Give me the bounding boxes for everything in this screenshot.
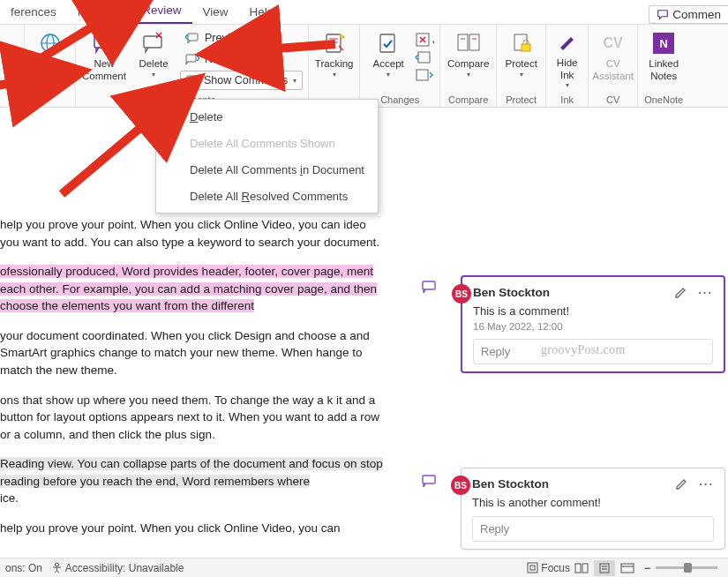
delete-dropdown: Delete Delete All Comments Shown Delete … (155, 99, 379, 214)
watermark: groovyPost.com (541, 343, 626, 357)
dd-delete[interactable]: Delete (156, 103, 378, 130)
svg-rect-6 (144, 36, 161, 48)
print-layout-button[interactable] (594, 560, 615, 576)
doc-paragraph: help you prove your point. When you clic… (0, 520, 388, 537)
svg-rect-14 (380, 34, 394, 52)
chevron-down-icon: ▾ (293, 77, 296, 85)
group-label-changes: Changes (380, 94, 419, 106)
svg-rect-30 (530, 566, 535, 570)
edit-icon[interactable] (675, 477, 688, 491)
accessibility-status[interactable]: Accessibility: Unavailable (51, 562, 184, 574)
new-comment-icon: + (92, 32, 116, 55)
accessibility-icon (51, 562, 63, 573)
dd-delete-shown: Delete All Comments Shown (156, 130, 378, 156)
previous-icon (185, 32, 199, 44)
document-body[interactable]: help you prove your point. When you clic… (0, 216, 388, 549)
onenote-icon: N (653, 33, 674, 54)
accept-button[interactable]: Accept (364, 26, 413, 90)
svg-rect-33 (600, 564, 609, 573)
previous-comment-button[interactable]: Previous (180, 28, 303, 48)
avatar: BS (452, 284, 471, 303)
svg-rect-31 (575, 564, 581, 573)
more-icon[interactable]: ··· (698, 286, 713, 299)
tab-mailings[interactable]: Mailings (67, 2, 132, 24)
svg-rect-27 (423, 476, 435, 483)
tracking-button[interactable]: Tracking (310, 26, 359, 90)
group-label-compare: Compare (448, 94, 488, 106)
doc-paragraph: ons that show up where you need them. To… (0, 392, 388, 444)
comment-text: This is another comment! (472, 496, 714, 509)
cv-assistant-button: CV CV Assistant (589, 26, 637, 90)
linked-notes-button[interactable]: N Linked Notes (639, 26, 688, 90)
svg-rect-29 (528, 563, 537, 573)
svg-text:+: + (109, 33, 114, 41)
comment-indicator-icon[interactable] (422, 281, 436, 296)
comment-icon (186, 75, 199, 86)
comment-text: This is a comment! (473, 304, 713, 318)
svg-rect-36 (621, 564, 634, 573)
web-layout-button[interactable] (617, 560, 638, 576)
reply-input[interactable]: Reply (472, 516, 714, 542)
group-label-cv: CV (606, 94, 619, 106)
status-bar: ons: On Accessibility: Unavailable Focus… (0, 558, 728, 577)
next-comment-button[interactable]: Next (180, 49, 303, 69)
svg-rect-17 (418, 52, 430, 63)
tab-review[interactable]: Review (131, 0, 191, 24)
read-mode-button[interactable] (571, 560, 592, 576)
svg-rect-8 (186, 55, 196, 62)
zoom-slider[interactable] (656, 566, 717, 569)
dd-delete-resolved[interactable]: Delete All Resolved Comments (156, 183, 378, 209)
comments-label: Commen (672, 8, 721, 21)
next-change-icon[interactable] (415, 67, 434, 83)
svg-point-28 (56, 563, 59, 566)
tab-references[interactable]: ferences (0, 2, 67, 24)
delete-comment-icon (141, 32, 166, 55)
protect-button[interactable]: Protect (497, 26, 546, 90)
svg-rect-9 (187, 76, 198, 83)
comment-card[interactable]: BS Ben Stockton ··· This is another comm… (461, 468, 725, 550)
more-icon[interactable]: ··· (699, 477, 714, 491)
svg-rect-32 (582, 564, 588, 573)
comment-icon (657, 9, 669, 21)
zoom-out-button[interactable]: − (644, 562, 650, 574)
hide-ink-button[interactable]: Hide Ink (547, 26, 588, 90)
svg-rect-20 (469, 34, 479, 50)
reject-icon[interactable]: ▾ (415, 32, 434, 48)
ribbon: ity anguage + New Comment Delete Previo (0, 25, 728, 108)
comment-card[interactable]: BS Ben Stockton ··· This is a comment! 1… (461, 275, 725, 373)
prev-change-icon[interactable] (415, 49, 434, 65)
compare-button[interactable]: Compare (444, 26, 493, 90)
accessibility-button[interactable]: ity (1, 26, 24, 90)
svg-line-41 (62, 118, 152, 194)
cv-icon: CV (604, 35, 623, 51)
comment-author: Ben Stockton (473, 286, 550, 299)
edit-icon[interactable] (674, 286, 687, 299)
focus-mode-button[interactable]: Focus (527, 562, 570, 574)
tab-help[interactable]: Help (239, 2, 285, 24)
reply-input[interactable]: Reply groovyPost.com (473, 339, 713, 364)
comments-button[interactable]: Commen (649, 5, 728, 24)
show-comments-button[interactable]: Show Comments ▾ (180, 71, 303, 90)
new-comment-button[interactable]: + New Comment (79, 26, 129, 90)
group-label-protect: Protect (506, 94, 537, 106)
comment-indicator-icon[interactable] (422, 475, 436, 491)
language-button[interactable]: anguage (26, 26, 75, 90)
doc-paragraph: help you prove your point. When you clic… (0, 216, 388, 251)
status-text: ons: On (5, 562, 42, 574)
delete-comment-button[interactable]: Delete (129, 26, 178, 90)
svg-text:▾: ▾ (432, 39, 434, 45)
svg-rect-10 (326, 34, 341, 52)
comment-author: Ben Stockton (472, 477, 549, 491)
doc-paragraph: Reading view. You can collapse parts of … (0, 455, 388, 507)
svg-rect-18 (417, 70, 428, 80)
avatar: BS (451, 476, 470, 495)
ink-icon (557, 32, 578, 53)
tracking-icon (323, 32, 346, 55)
tab-view[interactable]: View (192, 2, 239, 24)
dd-delete-in-document[interactable]: Delete All Comments in Document (156, 156, 378, 183)
svg-rect-26 (423, 281, 435, 289)
delete-comment-icon (169, 110, 184, 123)
group-label-onenote: OneNote (644, 94, 683, 106)
svg-rect-19 (458, 34, 468, 50)
comment-time: 16 May 2022, 12:00 (473, 321, 713, 332)
